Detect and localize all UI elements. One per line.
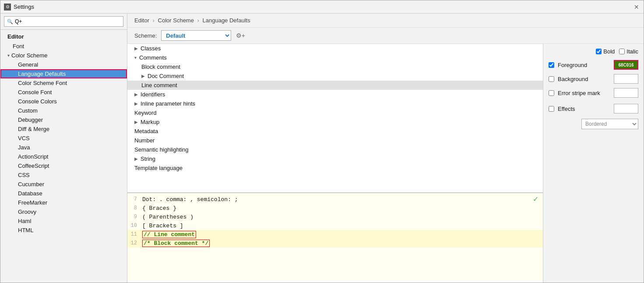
background-checkbox[interactable]: [549, 76, 554, 82]
background-label: Background: [558, 76, 610, 82]
line-num-7: 7: [127, 196, 141, 202]
tree-item-doc-comment[interactable]: ▶ Doc Comment: [127, 71, 543, 81]
tree-item-markup[interactable]: ▶ Markup: [127, 117, 543, 127]
sidebar-item-freemarker[interactable]: FreeMarker: [0, 198, 127, 207]
preview-line-8: 8 { Braces }: [127, 204, 543, 212]
sidebar-item-groovy[interactable]: Groovy: [0, 207, 127, 216]
sidebar-label-color-scheme: Color Scheme: [11, 52, 47, 59]
sidebar-item-font[interactable]: Font: [0, 42, 127, 51]
sidebar-item-general[interactable]: General: [0, 60, 127, 69]
foreground-row: Foreground 68C016: [549, 60, 638, 70]
preview-line-9: 9 ( Parentheses ): [127, 212, 543, 221]
foreground-color-value: 68C016: [618, 63, 633, 67]
title-bar-left: ⚙ Settings: [4, 4, 34, 11]
sidebar-item-debugger[interactable]: Debugger: [0, 115, 127, 124]
line-num-9: 9: [127, 214, 141, 220]
tree-label-markup: Markup: [141, 119, 159, 125]
arrow-doc-comment: ▶: [141, 74, 145, 78]
bold-checkbox[interactable]: [596, 49, 602, 54]
effects-checkbox[interactable]: [549, 106, 554, 112]
sidebar-item-actionscript[interactable]: ActionScript: [0, 152, 127, 161]
search-input-container[interactable]: 🔍: [4, 16, 123, 27]
scheme-gear-button[interactable]: ⚙+: [236, 31, 245, 40]
background-color-box[interactable]: [614, 74, 638, 84]
sidebar-item-java[interactable]: Java: [0, 143, 127, 152]
error-stripe-checkbox[interactable]: [549, 90, 554, 96]
tree-item-metadata[interactable]: Metadata: [127, 127, 543, 136]
foreground-label: Foreground: [558, 62, 610, 68]
tree-item-keyword[interactable]: Keyword: [127, 108, 543, 117]
error-stripe-row: Error stripe mark: [549, 88, 638, 98]
arrow-comments: ▾: [134, 55, 137, 60]
tree-preview-container: ▶ Classes ▾ Comments Block comment ▶ Doc…: [127, 44, 543, 283]
error-stripe-label: Error stripe mark: [558, 90, 610, 96]
formatting-row: Bold Italic: [549, 48, 638, 55]
search-box: 🔍: [0, 14, 127, 30]
preview-line-12: 12 /* Block comment */: [127, 239, 543, 248]
search-input[interactable]: [15, 18, 120, 25]
app-icon: ⚙: [4, 4, 11, 11]
tree-item-line-comment[interactable]: Line comment: [127, 81, 543, 90]
preview-line-10: 10 [ Brackets ]: [127, 221, 543, 230]
line-content-10: [ Brackets ]: [141, 223, 543, 229]
effects-color-box[interactable]: [614, 104, 638, 113]
sidebar-item-custom[interactable]: Custom: [0, 106, 127, 115]
sidebar-tree: Editor Font ▾ Color Scheme General Langu…: [0, 30, 127, 283]
breadcrumb-part-1: Editor: [134, 17, 149, 24]
tree-item-semantic[interactable]: Semantic highlighting: [127, 145, 543, 154]
preview-line-7: 7 Dot: . comma: , semicolon: ;: [127, 195, 543, 204]
line-num-11: 11: [127, 231, 141, 237]
effects-row: Effects: [549, 104, 638, 113]
sidebar-item-coffeescript[interactable]: CoffeeScript: [0, 161, 127, 170]
expand-arrow-color-scheme: ▾: [7, 53, 10, 58]
background-row: Background: [549, 74, 638, 84]
line-content-12: /* Block comment */: [141, 240, 543, 247]
line-num-8: 8: [127, 205, 141, 211]
breadcrumb-part-2: Color Scheme: [158, 17, 194, 24]
italic-checkbox[interactable]: [619, 49, 625, 54]
tree-item-comments[interactable]: ▾ Comments: [127, 53, 543, 62]
window-title: Settings: [14, 4, 34, 10]
sidebar-item-console-colors[interactable]: Console Colors: [0, 97, 127, 106]
foreground-color-box[interactable]: 68C016: [614, 60, 638, 70]
search-icon: 🔍: [7, 19, 13, 25]
arrow-inline-param: ▶: [134, 101, 138, 106]
sidebar-item-cucumber[interactable]: Cucumber: [0, 180, 127, 189]
tree-item-inline-param[interactable]: ▶ Inline parameter hints: [127, 99, 543, 108]
tree-item-identifiers[interactable]: ▶ Identifiers: [127, 90, 543, 99]
tree-label-identifiers: Identifiers: [141, 91, 165, 98]
error-stripe-color-box[interactable]: [614, 88, 638, 98]
sidebar-item-html[interactable]: HTML: [0, 226, 127, 235]
tree-label-string: String: [141, 156, 155, 162]
tree-item-string[interactable]: ▶ String: [127, 154, 543, 163]
sidebar-item-vcs[interactable]: VCS: [0, 134, 127, 143]
bordered-select[interactable]: Bordered: [581, 119, 638, 129]
scheme-bar: Scheme: Default Darcula High contrast ⚙+: [127, 28, 644, 44]
tree-label-classes: Classes: [141, 45, 161, 52]
breadcrumb-part-3: Language Defaults: [203, 17, 250, 24]
sidebar-item-color-scheme[interactable]: ▾ Color Scheme: [0, 51, 127, 60]
sidebar-item-css[interactable]: CSS: [0, 170, 127, 180]
sidebar: 🔍 Editor Font ▾ Color Scheme General Lan…: [0, 14, 127, 283]
tree-item-classes[interactable]: ▶ Classes: [127, 44, 543, 53]
sidebar-item-database[interactable]: Database: [0, 189, 127, 198]
main-content: 🔍 Editor Font ▾ Color Scheme General Lan…: [0, 14, 644, 283]
sidebar-item-color-scheme-font[interactable]: Color Scheme Font: [0, 78, 127, 88]
sidebar-item-diff-merge[interactable]: Diff & Merge: [0, 124, 127, 134]
tree-label-comments: Comments: [139, 54, 167, 61]
settings-window: ⚙ Settings ✕ 🔍 Editor Font ▾ Color Schem…: [0, 0, 644, 283]
line-num-12: 12: [127, 240, 141, 246]
sidebar-item-language-defaults[interactable]: Language Defaults: [0, 69, 127, 78]
scheme-select[interactable]: Default Darcula High contrast: [161, 30, 231, 41]
foreground-checkbox[interactable]: [549, 62, 554, 68]
sidebar-item-haml[interactable]: Haml: [0, 216, 127, 226]
close-button[interactable]: ✕: [633, 4, 640, 11]
center-right-container: Editor › Color Scheme › Language Default…: [127, 14, 644, 283]
tree-item-number[interactable]: Number: [127, 136, 543, 145]
tree-item-template-language[interactable]: Template language: [127, 163, 543, 173]
bold-checkbox-item[interactable]: Bold: [596, 48, 615, 55]
sidebar-item-console-font[interactable]: Console Font: [0, 88, 127, 97]
italic-checkbox-item[interactable]: Italic: [619, 48, 638, 55]
tree-item-block-comment[interactable]: Block comment: [127, 62, 543, 71]
preview-panel: ✓ 7 Dot: . comma: , semicolon: ; 8 { Bra…: [127, 193, 543, 280]
